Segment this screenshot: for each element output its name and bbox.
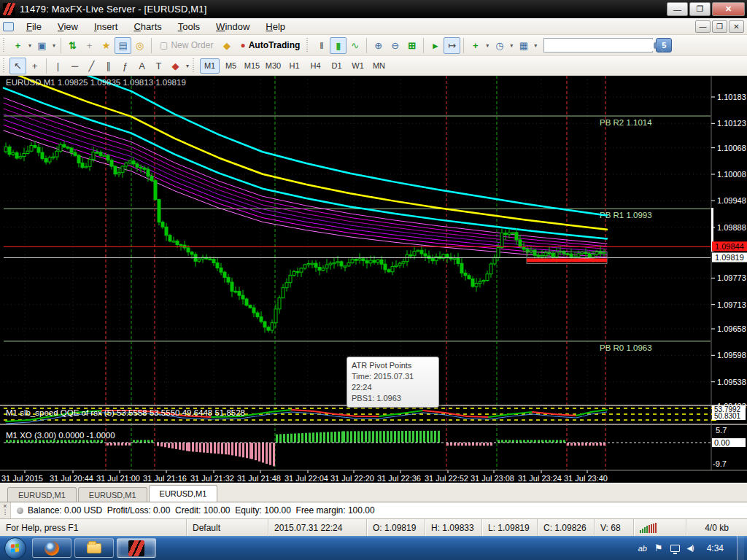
bar-chart-button[interactable]: ‖	[313, 37, 330, 54]
action-center-flag-icon[interactable]: ⚑	[654, 542, 663, 553]
new-chart-dropdown[interactable]: ▾	[26, 37, 34, 54]
timeframe-m15[interactable]: M15	[242, 58, 262, 74]
periods-dropdown[interactable]: ▾	[508, 37, 515, 54]
strategy-tester-button[interactable]: ◎	[131, 37, 148, 54]
menu-view[interactable]: View	[50, 19, 86, 34]
restore-button[interactable]: ❐	[689, 2, 711, 16]
minimize-button[interactable]: —	[667, 2, 688, 16]
timeframe-m30[interactable]: M30	[263, 58, 283, 74]
chart-tab-1[interactable]: EURUSD,M1	[7, 487, 77, 502]
arrows-dropdown[interactable]: ▾	[184, 58, 191, 74]
mdi-restore-button[interactable]: ❐	[712, 20, 727, 33]
firefox-icon	[44, 541, 59, 556]
metaeditor-button[interactable]: ◆	[218, 37, 235, 54]
timeframe-h1[interactable]: H1	[285, 58, 304, 74]
timeframe-d1[interactable]: D1	[327, 58, 347, 74]
market-watch-button[interactable]: ⇅	[64, 37, 81, 54]
terminal-button[interactable]: ▤	[115, 37, 131, 54]
new-chart-button[interactable]: +	[9, 37, 26, 54]
vertical-line-button[interactable]: |	[50, 58, 66, 74]
profiles-button[interactable]: ▣	[34, 37, 50, 54]
tooltip-value: PBS1: 1.0963	[352, 393, 434, 404]
svg-text:31 Jul 21:48: 31 Jul 21:48	[237, 474, 281, 483]
trendline-button[interactable]: ╱	[83, 58, 100, 74]
svg-text:31 Jul 21:00: 31 Jul 21:00	[96, 474, 140, 483]
timeframe-m5[interactable]: M5	[221, 58, 241, 74]
timeframe-mn[interactable]: MN	[369, 58, 389, 74]
horizontal-line-button[interactable]: ─	[66, 58, 83, 74]
profiles-dropdown[interactable]: ▾	[50, 37, 58, 54]
periods-button[interactable]: ◷	[491, 37, 508, 54]
price-chart[interactable]: PB R2 1.1014PB R1 1.0993PB R0 1.09631.10…	[0, 76, 747, 483]
tile-windows-button[interactable]: ⊞	[403, 37, 420, 54]
show-desktop-button[interactable]	[737, 536, 744, 560]
auto-scroll-button[interactable]: ▸	[427, 37, 444, 54]
menu-file[interactable]: File	[18, 19, 50, 34]
data-window-button[interactable]: +	[81, 37, 98, 54]
svg-text:1.09598: 1.09598	[717, 351, 746, 359]
navigator-button[interactable]: ★	[98, 37, 115, 54]
toolbar-grip[interactable]	[3, 38, 8, 52]
indicator-tooltip: ATR Pivot Points Time: 2015.07.31 22:24 …	[347, 357, 439, 408]
fibonacci-button[interactable]: ƒ	[117, 58, 133, 74]
status-traffic: 4/0 kb	[686, 519, 747, 536]
svg-text:1.09948: 1.09948	[717, 196, 746, 205]
chart-tab-3-active[interactable]: EURUSD,M1	[149, 485, 218, 502]
zoom-in-button[interactable]: ⊕	[370, 37, 387, 54]
menu-charts[interactable]: Charts	[125, 19, 169, 34]
network-icon[interactable]	[670, 545, 680, 552]
zoom-out-button[interactable]: ⊖	[387, 37, 403, 54]
close-button[interactable]: ✕	[712, 2, 745, 16]
mdi-close-button[interactable]: ✕	[729, 20, 744, 33]
mdi-minimize-button[interactable]: —	[695, 20, 711, 33]
search-input[interactable]	[544, 39, 654, 51]
autotrading-button[interactable]: ● AutoTrading	[235, 37, 305, 54]
timeframe-h4[interactable]: H4	[306, 58, 325, 74]
timeframe-m1[interactable]: M1	[200, 58, 220, 74]
chart-area[interactable]: PB R2 1.1014PB R1 1.0993PB R0 1.09631.10…	[0, 76, 747, 483]
chart-shift-button[interactable]: ↦	[444, 37, 460, 54]
language-indicator-icon[interactable]: ab	[638, 544, 647, 553]
templates-dropdown[interactable]: ▾	[532, 37, 539, 54]
svg-text:EURUSD,M1 1.09825 1.09835 1.09: EURUSD,M1 1.09825 1.09835 1.09813 1.0981…	[6, 78, 186, 87]
svg-text:0.00: 0.00	[714, 438, 729, 447]
toolbar-grip[interactable]	[3, 58, 8, 73]
menu-insert[interactable]: Insert	[86, 19, 126, 34]
status-profile[interactable]: Default	[186, 519, 268, 536]
taskbar-clock[interactable]: 4:34	[701, 543, 729, 553]
start-button[interactable]	[4, 537, 26, 559]
folder-icon	[87, 543, 101, 553]
windows-taskbar: ab ⚑ ◀) 4:34	[0, 536, 747, 560]
templates-button[interactable]: ▦	[515, 37, 532, 54]
svg-text:1.09658: 1.09658	[717, 324, 746, 333]
text-label-button[interactable]: T	[150, 58, 167, 74]
terminal-close-gutter[interactable]: ×⋮	[0, 502, 11, 518]
cursor-tool-button[interactable]: ↖	[9, 58, 26, 74]
account-summary: Balance: 0.00 USD Profit/Loss: 0.00 Cred…	[28, 505, 375, 516]
indicators-dropdown[interactable]: ▾	[484, 37, 491, 54]
indicators-button[interactable]: +	[467, 37, 484, 54]
menu-tools[interactable]: Tools	[170, 19, 208, 34]
candlestick-chart-button[interactable]: ▮	[330, 37, 347, 54]
svg-text:1.10183: 1.10183	[717, 93, 746, 101]
channel-button[interactable]: ∥	[100, 58, 117, 74]
chart-tab-2[interactable]: EURUSD,M1	[78, 487, 147, 502]
line-chart-button[interactable]: ∿	[347, 37, 363, 54]
svg-text:PB R2 1.1014: PB R2 1.1014	[600, 118, 652, 127]
mt4-window: 11479: MaxFX-Live Server - [EURUSD,M1] —…	[0, 0, 747, 560]
crosshair-tool-button[interactable]: +	[26, 58, 43, 74]
taskbar-firefox-button[interactable]	[32, 538, 71, 558]
toolbar-grip[interactable]	[306, 38, 311, 52]
taskbar-mt4-button[interactable]	[117, 538, 156, 558]
arrows-button[interactable]: ◆	[167, 58, 184, 74]
status-help: For Help, press F1	[0, 519, 186, 536]
text-button[interactable]: A	[133, 58, 150, 74]
menu-window[interactable]: Window	[208, 19, 258, 34]
new-order-button[interactable]: ▢ New Order	[155, 37, 218, 54]
speaker-icon[interactable]: ◀)	[687, 544, 694, 552]
menu-help[interactable]: Help	[258, 19, 293, 34]
timeframe-w1[interactable]: W1	[348, 58, 368, 74]
taskbar-explorer-button[interactable]	[74, 538, 114, 558]
toolbar-grip[interactable]	[193, 58, 198, 73]
chat-button[interactable]: 5	[656, 38, 672, 52]
